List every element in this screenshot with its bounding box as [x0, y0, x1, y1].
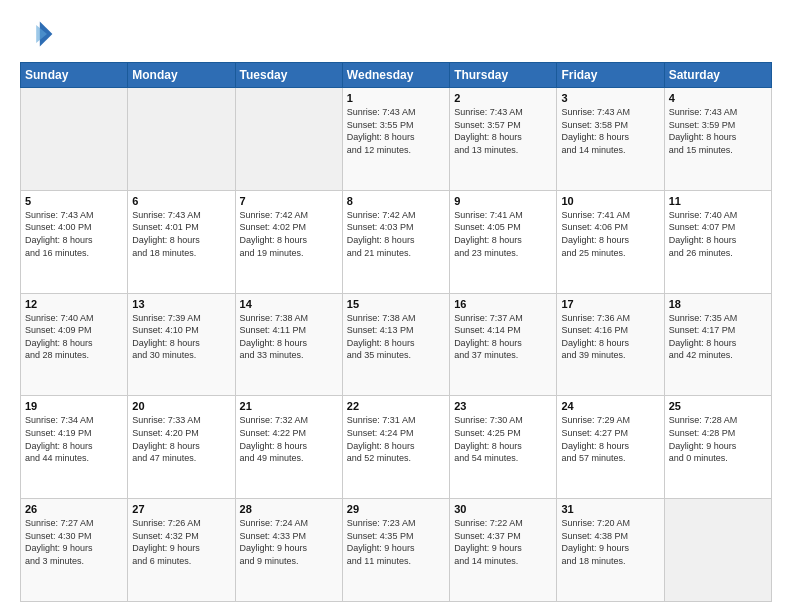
day-info: Sunrise: 7:30 AMSunset: 4:25 PMDaylight:…	[454, 414, 552, 464]
day-number: 21	[240, 400, 338, 412]
day-number: 17	[561, 298, 659, 310]
day-info: Sunrise: 7:43 AMSunset: 4:00 PMDaylight:…	[25, 209, 123, 259]
calendar-cell: 24Sunrise: 7:29 AMSunset: 4:27 PMDayligh…	[557, 396, 664, 499]
day-number: 19	[25, 400, 123, 412]
calendar-cell: 15Sunrise: 7:38 AMSunset: 4:13 PMDayligh…	[342, 293, 449, 396]
calendar-cell: 18Sunrise: 7:35 AMSunset: 4:17 PMDayligh…	[664, 293, 771, 396]
day-number: 18	[669, 298, 767, 310]
day-number: 12	[25, 298, 123, 310]
logo-icon	[20, 16, 56, 52]
day-number: 6	[132, 195, 230, 207]
calendar-cell: 1Sunrise: 7:43 AMSunset: 3:55 PMDaylight…	[342, 88, 449, 191]
calendar-cell: 22Sunrise: 7:31 AMSunset: 4:24 PMDayligh…	[342, 396, 449, 499]
day-number: 11	[669, 195, 767, 207]
week-row-2: 12Sunrise: 7:40 AMSunset: 4:09 PMDayligh…	[21, 293, 772, 396]
day-info: Sunrise: 7:43 AMSunset: 3:57 PMDaylight:…	[454, 106, 552, 156]
day-info: Sunrise: 7:41 AMSunset: 4:06 PMDaylight:…	[561, 209, 659, 259]
day-info: Sunrise: 7:24 AMSunset: 4:33 PMDaylight:…	[240, 517, 338, 567]
calendar-cell: 27Sunrise: 7:26 AMSunset: 4:32 PMDayligh…	[128, 499, 235, 602]
day-header-thursday: Thursday	[450, 63, 557, 88]
day-info: Sunrise: 7:32 AMSunset: 4:22 PMDaylight:…	[240, 414, 338, 464]
calendar-cell	[664, 499, 771, 602]
day-number: 10	[561, 195, 659, 207]
day-info: Sunrise: 7:43 AMSunset: 4:01 PMDaylight:…	[132, 209, 230, 259]
day-info: Sunrise: 7:22 AMSunset: 4:37 PMDaylight:…	[454, 517, 552, 567]
calendar: SundayMondayTuesdayWednesdayThursdayFrid…	[20, 62, 772, 602]
week-row-4: 26Sunrise: 7:27 AMSunset: 4:30 PMDayligh…	[21, 499, 772, 602]
day-info: Sunrise: 7:43 AMSunset: 3:55 PMDaylight:…	[347, 106, 445, 156]
calendar-cell: 11Sunrise: 7:40 AMSunset: 4:07 PMDayligh…	[664, 190, 771, 293]
day-info: Sunrise: 7:43 AMSunset: 3:59 PMDaylight:…	[669, 106, 767, 156]
day-header-sunday: Sunday	[21, 63, 128, 88]
week-row-3: 19Sunrise: 7:34 AMSunset: 4:19 PMDayligh…	[21, 396, 772, 499]
calendar-cell: 26Sunrise: 7:27 AMSunset: 4:30 PMDayligh…	[21, 499, 128, 602]
calendar-cell: 20Sunrise: 7:33 AMSunset: 4:20 PMDayligh…	[128, 396, 235, 499]
day-number: 23	[454, 400, 552, 412]
day-number: 7	[240, 195, 338, 207]
calendar-cell: 9Sunrise: 7:41 AMSunset: 4:05 PMDaylight…	[450, 190, 557, 293]
calendar-cell: 17Sunrise: 7:36 AMSunset: 4:16 PMDayligh…	[557, 293, 664, 396]
day-info: Sunrise: 7:29 AMSunset: 4:27 PMDaylight:…	[561, 414, 659, 464]
day-info: Sunrise: 7:33 AMSunset: 4:20 PMDaylight:…	[132, 414, 230, 464]
calendar-cell: 8Sunrise: 7:42 AMSunset: 4:03 PMDaylight…	[342, 190, 449, 293]
day-number: 25	[669, 400, 767, 412]
header-row: SundayMondayTuesdayWednesdayThursdayFrid…	[21, 63, 772, 88]
day-info: Sunrise: 7:41 AMSunset: 4:05 PMDaylight:…	[454, 209, 552, 259]
day-number: 9	[454, 195, 552, 207]
day-number: 24	[561, 400, 659, 412]
day-info: Sunrise: 7:28 AMSunset: 4:28 PMDaylight:…	[669, 414, 767, 464]
day-number: 3	[561, 92, 659, 104]
day-number: 20	[132, 400, 230, 412]
calendar-cell: 28Sunrise: 7:24 AMSunset: 4:33 PMDayligh…	[235, 499, 342, 602]
day-info: Sunrise: 7:35 AMSunset: 4:17 PMDaylight:…	[669, 312, 767, 362]
day-info: Sunrise: 7:38 AMSunset: 4:11 PMDaylight:…	[240, 312, 338, 362]
day-info: Sunrise: 7:43 AMSunset: 3:58 PMDaylight:…	[561, 106, 659, 156]
day-header-friday: Friday	[557, 63, 664, 88]
page: SundayMondayTuesdayWednesdayThursdayFrid…	[0, 0, 792, 612]
day-number: 15	[347, 298, 445, 310]
day-header-monday: Monday	[128, 63, 235, 88]
calendar-cell: 14Sunrise: 7:38 AMSunset: 4:11 PMDayligh…	[235, 293, 342, 396]
calendar-cell: 12Sunrise: 7:40 AMSunset: 4:09 PMDayligh…	[21, 293, 128, 396]
calendar-cell: 23Sunrise: 7:30 AMSunset: 4:25 PMDayligh…	[450, 396, 557, 499]
day-number: 29	[347, 503, 445, 515]
calendar-cell	[21, 88, 128, 191]
calendar-cell	[235, 88, 342, 191]
calendar-cell: 7Sunrise: 7:42 AMSunset: 4:02 PMDaylight…	[235, 190, 342, 293]
day-number: 22	[347, 400, 445, 412]
day-number: 26	[25, 503, 123, 515]
day-number: 16	[454, 298, 552, 310]
header	[20, 16, 772, 52]
day-number: 27	[132, 503, 230, 515]
calendar-cell: 16Sunrise: 7:37 AMSunset: 4:14 PMDayligh…	[450, 293, 557, 396]
day-header-saturday: Saturday	[664, 63, 771, 88]
day-number: 5	[25, 195, 123, 207]
day-info: Sunrise: 7:42 AMSunset: 4:02 PMDaylight:…	[240, 209, 338, 259]
calendar-cell: 19Sunrise: 7:34 AMSunset: 4:19 PMDayligh…	[21, 396, 128, 499]
day-number: 28	[240, 503, 338, 515]
week-row-0: 1Sunrise: 7:43 AMSunset: 3:55 PMDaylight…	[21, 88, 772, 191]
day-info: Sunrise: 7:38 AMSunset: 4:13 PMDaylight:…	[347, 312, 445, 362]
day-info: Sunrise: 7:31 AMSunset: 4:24 PMDaylight:…	[347, 414, 445, 464]
day-info: Sunrise: 7:26 AMSunset: 4:32 PMDaylight:…	[132, 517, 230, 567]
day-number: 1	[347, 92, 445, 104]
day-number: 2	[454, 92, 552, 104]
day-info: Sunrise: 7:40 AMSunset: 4:07 PMDaylight:…	[669, 209, 767, 259]
day-header-wednesday: Wednesday	[342, 63, 449, 88]
calendar-cell: 25Sunrise: 7:28 AMSunset: 4:28 PMDayligh…	[664, 396, 771, 499]
calendar-cell: 31Sunrise: 7:20 AMSunset: 4:38 PMDayligh…	[557, 499, 664, 602]
calendar-cell: 4Sunrise: 7:43 AMSunset: 3:59 PMDaylight…	[664, 88, 771, 191]
day-info: Sunrise: 7:40 AMSunset: 4:09 PMDaylight:…	[25, 312, 123, 362]
day-header-tuesday: Tuesday	[235, 63, 342, 88]
day-info: Sunrise: 7:27 AMSunset: 4:30 PMDaylight:…	[25, 517, 123, 567]
day-info: Sunrise: 7:34 AMSunset: 4:19 PMDaylight:…	[25, 414, 123, 464]
day-info: Sunrise: 7:36 AMSunset: 4:16 PMDaylight:…	[561, 312, 659, 362]
calendar-cell: 3Sunrise: 7:43 AMSunset: 3:58 PMDaylight…	[557, 88, 664, 191]
calendar-cell	[128, 88, 235, 191]
calendar-cell: 10Sunrise: 7:41 AMSunset: 4:06 PMDayligh…	[557, 190, 664, 293]
logo	[20, 16, 60, 52]
day-number: 8	[347, 195, 445, 207]
calendar-cell: 13Sunrise: 7:39 AMSunset: 4:10 PMDayligh…	[128, 293, 235, 396]
day-number: 4	[669, 92, 767, 104]
calendar-cell: 30Sunrise: 7:22 AMSunset: 4:37 PMDayligh…	[450, 499, 557, 602]
